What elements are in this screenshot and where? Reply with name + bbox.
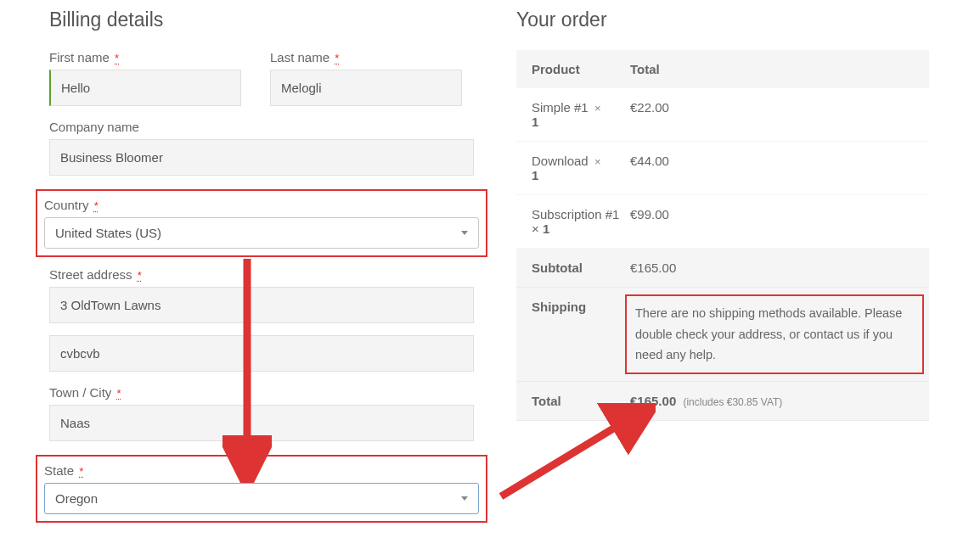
company-field: Company name: [49, 120, 474, 176]
table-row: Simple #1 × 1 €22.00: [516, 88, 929, 142]
shipping-label: Shipping: [516, 288, 625, 381]
state-select[interactable]: Oregon: [44, 483, 479, 514]
table-row: Subscription #1 × 1 €99.00: [516, 195, 929, 249]
country-highlight: Country * United States (US): [36, 189, 487, 257]
first-name-field: First name *: [49, 50, 253, 106]
country-select[interactable]: United States (US): [44, 217, 479, 249]
street-field: Street address *: [49, 267, 474, 372]
item-qty: 1: [532, 168, 538, 182]
first-name-label-text: First name: [49, 50, 110, 64]
street-input-2[interactable]: [49, 335, 474, 372]
street-input-1[interactable]: [49, 287, 474, 323]
city-label: Town / City *: [49, 385, 474, 400]
subtotal-label: Subtotal: [516, 249, 625, 287]
subtotal-value: €165.00: [625, 249, 929, 287]
item-name-text: Subscription #1: [532, 207, 619, 221]
state-highlight: State * Oregon: [36, 455, 487, 523]
item-name-text: Download: [532, 154, 589, 168]
item-qty-prefix: ×: [532, 221, 543, 236]
remove-icon[interactable]: ×: [594, 155, 601, 168]
state-label-text: State: [44, 463, 74, 478]
shipping-row: Shipping There are no shipping methods a…: [516, 288, 929, 382]
city-label-text: Town / City: [49, 385, 111, 400]
shipping-message-box: There are no shipping methods available.…: [625, 294, 924, 374]
last-name-input[interactable]: [270, 70, 462, 106]
table-row: Download × 1 €44.00: [516, 142, 929, 195]
order-table: Product Total Simple #1 × 1 €22.00 Downl…: [516, 50, 929, 421]
company-input[interactable]: [49, 139, 474, 176]
last-name-field: Last name *: [270, 50, 474, 106]
chevron-down-icon: [461, 496, 468, 501]
city-field: Town / City *: [49, 385, 474, 441]
item-qty: 1: [532, 115, 538, 129]
chevron-down-icon: [461, 231, 468, 235]
required-marker: *: [117, 387, 121, 400]
country-label: Country *: [44, 198, 479, 212]
order-item-name: Simple #1 × 1: [516, 88, 625, 141]
company-label: Company name: [49, 120, 474, 134]
subtotal-row: Subtotal €165.00: [516, 249, 929, 288]
billing-heading: Billing details: [49, 8, 474, 31]
order-heading: Your order: [516, 8, 929, 31]
vat-note: (includes €30.85 VAT): [683, 396, 782, 408]
required-marker: *: [335, 52, 339, 64]
total-label: Total: [516, 382, 625, 420]
state-label: State *: [44, 463, 479, 478]
state-value: Oregon: [55, 491, 98, 506]
required-marker: *: [115, 52, 119, 64]
total-value: €165.00: [630, 394, 676, 408]
street-label: Street address *: [49, 267, 474, 282]
street-label-text: Street address: [49, 267, 132, 282]
order-header-total: Total: [625, 50, 929, 88]
order-item-name: Download × 1: [516, 142, 625, 194]
last-name-label-text: Last name: [270, 50, 329, 64]
country-value: United States (US): [55, 226, 161, 240]
order-item-total: €99.00: [625, 195, 929, 248]
required-marker: *: [79, 465, 83, 478]
first-name-label: First name *: [49, 50, 253, 64]
order-item-total: €22.00: [625, 88, 929, 141]
total-row: Total €165.00 (includes €30.85 VAT): [516, 382, 929, 421]
item-name-text: Simple #1: [532, 100, 589, 115]
item-qty: 1: [543, 221, 549, 236]
order-item-total: €44.00: [625, 142, 929, 194]
required-marker: *: [94, 199, 99, 212]
city-input[interactable]: [49, 405, 474, 441]
first-name-input[interactable]: [49, 70, 241, 106]
last-name-label: Last name *: [270, 50, 474, 64]
remove-icon[interactable]: ×: [594, 102, 601, 115]
total-value-cell: €165.00 (includes €30.85 VAT): [625, 382, 929, 420]
order-item-name: Subscription #1 × 1: [516, 195, 625, 248]
country-label-text: Country: [44, 198, 89, 212]
order-header-product: Product: [516, 50, 625, 88]
required-marker: *: [138, 269, 142, 282]
order-header-row: Product Total: [516, 50, 929, 88]
